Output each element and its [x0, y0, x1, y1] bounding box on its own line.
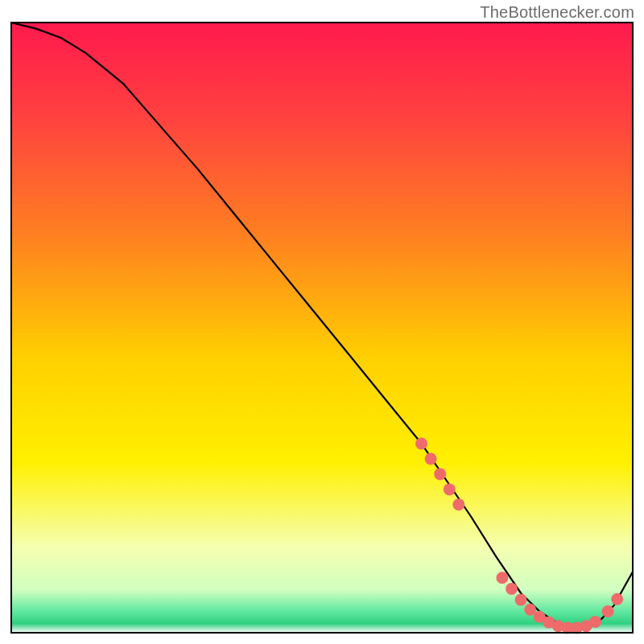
curve-marker — [434, 468, 446, 480]
attribution-label: TheBottlenecker.com — [480, 3, 634, 22]
curve-marker — [589, 616, 601, 628]
curve-marker — [452, 498, 464, 510]
curve-marker — [611, 593, 623, 605]
curve-marker — [506, 583, 518, 595]
curve-marker — [415, 438, 427, 450]
curve-marker — [425, 453, 437, 465]
bottleneck-chart — [0, 0, 644, 644]
curve-marker — [515, 594, 527, 606]
chart-container: TheBottlenecker.com — [0, 0, 644, 644]
plot-background — [11, 23, 633, 633]
curve-marker — [602, 605, 614, 617]
curve-marker — [444, 483, 456, 495]
curve-marker — [496, 572, 508, 584]
